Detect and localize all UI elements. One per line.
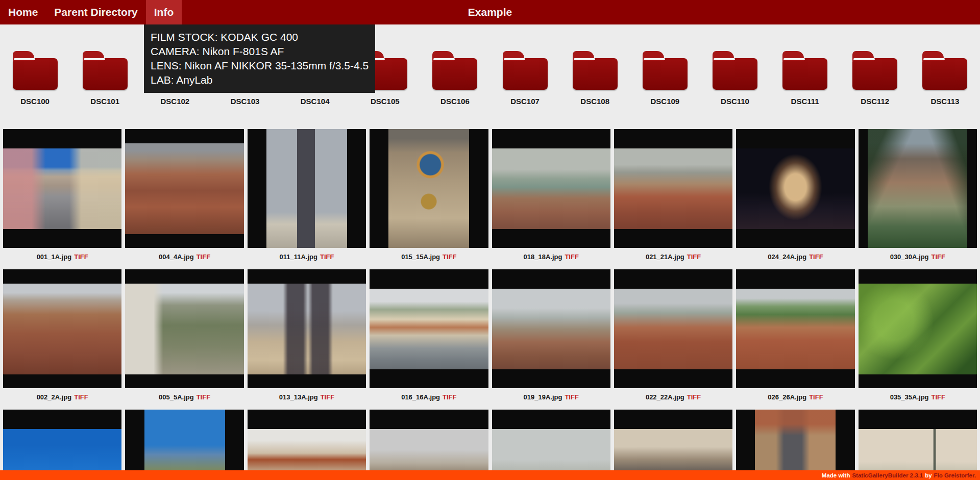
folder-item-dsc111[interactable]: DSC111 bbox=[770, 50, 840, 106]
navbar: Home Parent Directory Info Example bbox=[0, 0, 980, 24]
thumbnail-016-16a[interactable] bbox=[370, 269, 488, 388]
caption: 022_22A.jpg TIFF bbox=[614, 390, 732, 403]
gallery-cell: 016_16A.jpg TIFF bbox=[370, 269, 488, 403]
thumbnail-024-24a[interactable] bbox=[736, 129, 854, 248]
thumbnail-030-30a[interactable] bbox=[859, 129, 977, 248]
thumbnail-035-35a[interactable] bbox=[859, 269, 977, 388]
folder-label: DSC112 bbox=[840, 97, 910, 106]
gallery-cell bbox=[370, 410, 488, 480]
folder-label: DSC108 bbox=[560, 97, 630, 106]
thumbnail-018-18a[interactable] bbox=[492, 129, 610, 248]
photo-filename-link[interactable]: 022_22A.jpg bbox=[646, 393, 684, 401]
thumbnail-row3-5[interactable] bbox=[492, 410, 610, 480]
folder-item-dsc106[interactable]: DSC106 bbox=[420, 50, 490, 106]
gallery-cell: 013_13A.jpg TIFF bbox=[248, 269, 366, 403]
tiff-link[interactable]: TIFF bbox=[197, 253, 210, 261]
photo-street-scene bbox=[3, 148, 121, 229]
photo-filename-link[interactable]: 011_11A.jpg bbox=[279, 253, 317, 261]
tiff-link[interactable]: TIFF bbox=[197, 393, 210, 401]
tiff-link[interactable]: TIFF bbox=[932, 253, 945, 261]
tiff-link[interactable]: TIFF bbox=[321, 393, 334, 401]
photo-filename-link[interactable]: 024_24A.jpg bbox=[768, 253, 806, 261]
thumbnail-026-26a[interactable] bbox=[736, 269, 854, 388]
tiff-link[interactable]: TIFF bbox=[565, 253, 578, 261]
folder-icon bbox=[922, 58, 967, 90]
folder-item-dsc109[interactable]: DSC109 bbox=[630, 50, 700, 106]
gallery-cell: 035_35A.jpg TIFF bbox=[859, 269, 977, 403]
caption: 002_2A.jpg TIFF bbox=[3, 390, 121, 403]
tiff-link[interactable]: TIFF bbox=[74, 393, 88, 401]
photo-filename-link[interactable]: 004_4A.jpg bbox=[159, 253, 194, 261]
photo-tower bbox=[266, 129, 347, 248]
gallery-cell bbox=[3, 410, 121, 480]
gallery-cell: 015_15A.jpg TIFF bbox=[370, 129, 488, 263]
tiff-link[interactable]: TIFF bbox=[687, 253, 701, 261]
thumbnail-002-2a[interactable] bbox=[3, 269, 121, 388]
tiff-link[interactable]: TIFF bbox=[687, 393, 701, 401]
folder-icon bbox=[852, 58, 897, 90]
folder-label: DSC105 bbox=[350, 97, 420, 106]
nav-item-info[interactable]: Info bbox=[146, 0, 182, 24]
nav-item-parent-directory[interactable]: Parent Directory bbox=[46, 0, 145, 24]
thumbnail-row3-6[interactable] bbox=[614, 410, 732, 480]
photo-filename-link[interactable]: 018_18A.jpg bbox=[524, 253, 562, 261]
photo-filename-link[interactable]: 013_13A.jpg bbox=[279, 393, 318, 401]
footer-by-text: by bbox=[925, 472, 932, 478]
photo-filename-link[interactable]: 030_30A.jpg bbox=[890, 253, 929, 261]
photo-filename-link[interactable]: 001_1A.jpg bbox=[37, 253, 72, 261]
photo-filename-link[interactable]: 005_5A.jpg bbox=[159, 393, 194, 401]
thumbnail-015-15a[interactable] bbox=[370, 129, 488, 248]
photo-filename-link[interactable]: 002_2A.jpg bbox=[37, 393, 72, 401]
gallery-cell: 001_1A.jpg TIFF bbox=[3, 129, 121, 263]
photo-trees-overlook bbox=[868, 129, 967, 248]
thumbnail-013-13a[interactable] bbox=[248, 269, 366, 388]
tiff-link[interactable]: TIFF bbox=[565, 393, 578, 401]
folder-item-dsc100[interactable]: DSC100 bbox=[0, 50, 70, 106]
thumbnail-row3-7[interactable] bbox=[736, 410, 854, 480]
thumbnail-011-11a[interactable] bbox=[248, 129, 366, 248]
caption: 005_5A.jpg TIFF bbox=[125, 390, 243, 403]
tiff-link[interactable]: TIFF bbox=[809, 393, 823, 401]
caption: 021_21A.jpg TIFF bbox=[614, 250, 732, 263]
photo-filename-link[interactable]: 015_15A.jpg bbox=[401, 253, 440, 261]
tiff-link[interactable]: TIFF bbox=[443, 253, 456, 261]
photo-filename-link[interactable]: 035_35A.jpg bbox=[890, 393, 929, 401]
tiff-link[interactable]: TIFF bbox=[443, 393, 456, 401]
thumbnail-021-21a[interactable] bbox=[614, 129, 732, 248]
thumbnail-001-1a[interactable] bbox=[3, 129, 121, 248]
folder-item-dsc113[interactable]: DSC113 bbox=[910, 50, 980, 106]
thumbnail-005-5a[interactable] bbox=[125, 269, 243, 388]
tiff-link[interactable]: TIFF bbox=[74, 253, 88, 261]
photo-filename-link[interactable]: 019_19A.jpg bbox=[524, 393, 562, 401]
thumbnail-row3-2[interactable] bbox=[125, 410, 243, 480]
thumbnail-019-19a[interactable] bbox=[492, 269, 610, 388]
info-tooltip: FILM STOCK: KODAK GC 400 CAMERA: Nikon F… bbox=[144, 24, 375, 93]
thumbnail-row3-3[interactable] bbox=[248, 410, 366, 480]
photo-filename-link[interactable]: 016_16A.jpg bbox=[401, 393, 440, 401]
gallery-cell bbox=[736, 410, 854, 480]
tiff-link[interactable]: TIFF bbox=[932, 393, 945, 401]
folder-label: DSC101 bbox=[70, 97, 140, 106]
thumbnail-row3-8[interactable] bbox=[859, 410, 977, 480]
folder-item-dsc107[interactable]: DSC107 bbox=[490, 50, 560, 106]
footer-builder-link[interactable]: StaticGalleryBuilder 2.3.1 bbox=[852, 472, 923, 478]
page-title: Example bbox=[468, 0, 512, 24]
nav-item-home[interactable]: Home bbox=[0, 0, 46, 24]
caption: 035_35A.jpg TIFF bbox=[859, 390, 977, 403]
footer-author-link[interactable]: Flo Greistorfer. bbox=[934, 472, 976, 478]
thumbnail-row3-1[interactable] bbox=[3, 410, 121, 480]
thumbnail-004-4a[interactable] bbox=[125, 129, 243, 248]
folder-item-dsc110[interactable]: DSC110 bbox=[700, 50, 770, 106]
photo-filename-link[interactable]: 021_21A.jpg bbox=[646, 253, 684, 261]
photo-filename-link[interactable]: 026_26A.jpg bbox=[768, 393, 806, 401]
thumbnail-022-22a[interactable] bbox=[614, 269, 732, 388]
tiff-link[interactable]: TIFF bbox=[809, 253, 823, 261]
photo-street-from-above bbox=[755, 410, 836, 480]
photo-red-rooftops bbox=[3, 284, 121, 374]
folder-item-dsc112[interactable]: DSC112 bbox=[840, 50, 910, 106]
tiff-link[interactable]: TIFF bbox=[320, 253, 334, 261]
gallery-cell: 018_18A.jpg TIFF bbox=[492, 129, 610, 263]
folder-item-dsc101[interactable]: DSC101 bbox=[70, 50, 140, 106]
folder-item-dsc108[interactable]: DSC108 bbox=[560, 50, 630, 106]
thumbnail-row3-4[interactable] bbox=[370, 410, 488, 480]
